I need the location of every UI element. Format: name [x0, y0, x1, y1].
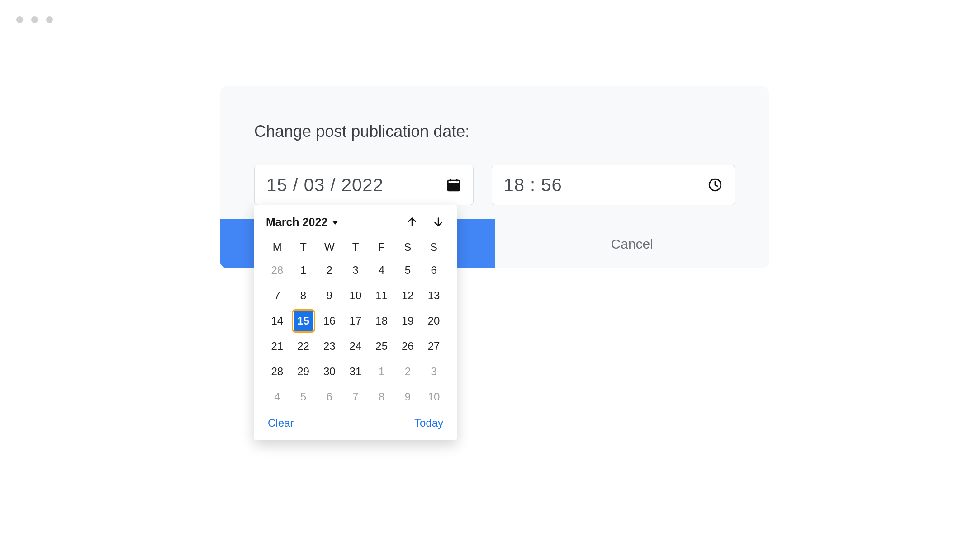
cancel-button[interactable]: Cancel	[495, 219, 770, 268]
calendar-day-label: 18	[372, 311, 392, 331]
clear-button[interactable]: Clear	[268, 417, 294, 429]
calendar-day-label: 10	[424, 387, 444, 407]
calendar-day-label: 12	[398, 286, 417, 306]
calendar-day-label: 21	[267, 336, 287, 356]
calendar-day[interactable]: 30	[316, 359, 342, 384]
calendar-day[interactable]: 28	[264, 359, 290, 384]
calendar-day[interactable]: 28	[264, 258, 290, 283]
calendar-day-label: 11	[372, 286, 392, 306]
calendar-day[interactable]: 10	[342, 283, 369, 308]
calendar-day-label: 30	[319, 362, 339, 381]
calendar-day-label: 28	[267, 260, 287, 280]
calendar-day[interactable]: 11	[369, 283, 395, 308]
weekday-header: F	[369, 237, 395, 258]
month-year-label: March 2022	[266, 216, 327, 229]
window-traffic-lights	[16, 16, 53, 23]
calendar-day-label: 8	[294, 286, 313, 306]
calendar-day[interactable]: 26	[395, 334, 421, 359]
calendar-day[interactable]: 2	[316, 258, 342, 283]
calendar-day[interactable]: 9	[316, 283, 342, 308]
calendar-day-label: 19	[398, 311, 417, 331]
calendar-day[interactable]: 14	[264, 308, 290, 334]
calendar-day[interactable]: 1	[290, 258, 317, 283]
weekday-header: W	[316, 237, 342, 258]
datepicker-header: March 2022	[264, 215, 447, 232]
clock-icon	[707, 177, 723, 193]
weekday-header: S	[421, 237, 447, 258]
calendar-week: 28293031123	[264, 359, 447, 384]
calendar-day[interactable]: 18	[369, 308, 395, 334]
weekday-header: M	[264, 237, 290, 258]
calendar-week: 45678910	[264, 384, 447, 409]
calendar-day[interactable]: 24	[342, 334, 369, 359]
date-input[interactable]: 15 / 03 / 2022	[254, 165, 474, 205]
calendar-day-label: 24	[346, 336, 365, 356]
calendar-day[interactable]: 19	[395, 308, 421, 334]
calendar-day-label: 4	[267, 387, 287, 407]
calendar-day[interactable]: 5	[395, 258, 421, 283]
calendar-day[interactable]: 12	[395, 283, 421, 308]
calendar-day[interactable]: 2	[395, 359, 421, 384]
calendar-day-label: 7	[346, 387, 365, 407]
calendar-day[interactable]: 5	[290, 384, 317, 409]
calendar-day[interactable]: 29	[290, 359, 317, 384]
calendar-day-label: 13	[424, 286, 444, 306]
calendar-day-label: 8	[372, 387, 392, 407]
calendar-day[interactable]: 15	[290, 308, 317, 334]
calendar-day[interactable]: 8	[290, 283, 317, 308]
month-year-select[interactable]: March 2022	[266, 216, 338, 229]
calendar-day[interactable]: 4	[264, 384, 290, 409]
calendar-day-label: 3	[424, 362, 444, 381]
prev-month-button[interactable]	[405, 215, 419, 229]
calendar-day[interactable]: 20	[421, 308, 447, 334]
calendar-day[interactable]: 1	[369, 359, 395, 384]
datepicker-popover: March 2022 MTWTFS	[254, 205, 457, 440]
calendar-day[interactable]: 7	[264, 283, 290, 308]
arrow-down-icon	[432, 216, 444, 228]
calendar-day[interactable]: 31	[342, 359, 369, 384]
calendar-day-label: 15	[294, 311, 313, 331]
calendar-day[interactable]: 4	[369, 258, 395, 283]
calendar-day[interactable]: 10	[421, 384, 447, 409]
calendar-day[interactable]: 25	[369, 334, 395, 359]
calendar-day-label: 31	[346, 362, 365, 381]
calendar-day[interactable]: 13	[421, 283, 447, 308]
calendar-day[interactable]: 22	[290, 334, 317, 359]
today-button[interactable]: Today	[414, 417, 443, 429]
traffic-dot	[46, 16, 53, 23]
calendar-day[interactable]: 17	[342, 308, 369, 334]
calendar-day-label: 16	[319, 311, 339, 331]
calendar-day-label: 25	[372, 336, 392, 356]
weekday-header: T	[290, 237, 317, 258]
calendar-day-label: 23	[319, 336, 339, 356]
calendar-day-label: 28	[267, 362, 287, 381]
next-month-button[interactable]	[432, 215, 445, 229]
dialog-body: Change post publication date: 15 / 03 / …	[220, 86, 769, 219]
time-input[interactable]: 18 : 56	[492, 165, 735, 205]
field-row: 15 / 03 / 2022 March 2022	[254, 165, 735, 205]
calendar-day-label: 1	[294, 260, 313, 280]
calendar-day[interactable]: 21	[264, 334, 290, 359]
calendar-day-label: 14	[267, 311, 287, 331]
calendar-day-label: 22	[294, 336, 313, 356]
calendar-day[interactable]: 3	[342, 258, 369, 283]
publication-date-dialog: Change post publication date: 15 / 03 / …	[220, 86, 769, 268]
calendar-day[interactable]: 7	[342, 384, 369, 409]
calendar-day-label: 1	[372, 362, 392, 381]
calendar-day[interactable]: 6	[421, 258, 447, 283]
calendar-day-label: 6	[424, 260, 444, 280]
calendar-day[interactable]: 27	[421, 334, 447, 359]
dialog-title: Change post publication date:	[254, 122, 735, 141]
calendar-day-label: 7	[267, 286, 287, 306]
calendar-day[interactable]: 8	[369, 384, 395, 409]
calendar-day[interactable]: 6	[316, 384, 342, 409]
calendar-day-label: 9	[398, 387, 417, 407]
calendar-grid: MTWTFSS 28123456789101112131415161718192…	[264, 237, 447, 409]
calendar-day[interactable]: 9	[395, 384, 421, 409]
calendar-day[interactable]: 16	[316, 308, 342, 334]
calendar-icon	[446, 177, 461, 193]
calendar-day[interactable]: 23	[316, 334, 342, 359]
calendar-day-label: 27	[424, 336, 444, 356]
calendar-day[interactable]: 3	[421, 359, 447, 384]
calendar-day-label: 2	[398, 362, 417, 381]
